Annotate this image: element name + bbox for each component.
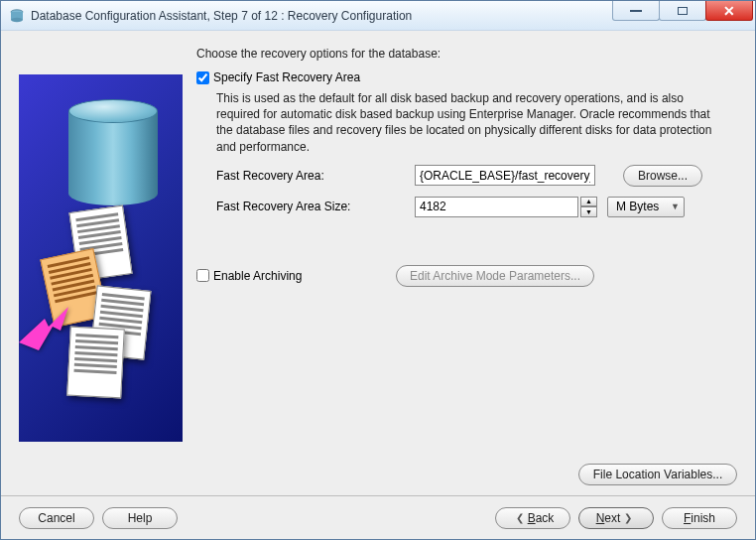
minimize-button[interactable]	[612, 1, 660, 21]
specify-fra-label[interactable]: Specify Fast Recovery Area	[213, 70, 360, 84]
app-icon	[9, 8, 25, 24]
finish-button[interactable]: Finish	[662, 507, 737, 529]
edit-archive-params-button[interactable]: Edit Archive Mode Parameters...	[396, 265, 594, 287]
file-location-row: File Location Variables...	[1, 464, 755, 495]
fra-size-label: Fast Recovery Area Size:	[216, 200, 415, 213]
specify-fra-checkbox[interactable]	[196, 71, 209, 84]
window-controls: ✕	[612, 1, 755, 21]
chevron-right-icon: ❯	[624, 512, 632, 523]
close-button[interactable]: ✕	[705, 1, 753, 21]
fra-description: This is used as the default for all disk…	[216, 90, 712, 155]
fra-size-spinner[interactable]: ▲ ▼	[580, 197, 597, 217]
fra-path-label: Fast Recovery Area:	[216, 169, 415, 183]
back-button[interactable]: ❮ Back	[495, 507, 570, 529]
spinner-up-icon[interactable]: ▲	[580, 197, 597, 207]
fra-size-unit-select[interactable]: M Bytes ▼	[607, 197, 685, 217]
footer: Cancel Help ❮ Back Next ❯ Finish	[1, 495, 755, 539]
fra-size-input[interactable]	[415, 197, 578, 217]
browse-button[interactable]: Browse...	[623, 165, 702, 187]
back-label: ack	[536, 511, 555, 525]
next-button[interactable]: Next ❯	[578, 507, 654, 529]
help-button[interactable]: Help	[102, 507, 178, 529]
enable-archiving-label[interactable]: Enable Archiving	[213, 269, 396, 283]
content-panel: Choose the recovery options for the data…	[196, 45, 737, 454]
dialog-body: Choose the recovery options for the data…	[1, 31, 755, 539]
finish-label: inish	[691, 511, 715, 525]
wizard-illustration	[19, 74, 183, 442]
database-icon	[68, 99, 158, 208]
chevron-down-icon: ▼	[671, 202, 680, 211]
window-title: Database Configuration Assistant, Step 7…	[31, 9, 412, 23]
maximize-button[interactable]	[659, 1, 706, 21]
chevron-left-icon: ❮	[516, 512, 524, 523]
file-location-variables-button[interactable]: File Location Variables...	[578, 464, 737, 485]
next-label: ext	[604, 511, 620, 525]
main-area: Choose the recovery options for the data…	[1, 31, 755, 464]
title-bar: Database Configuration Assistant, Step 7…	[1, 1, 755, 31]
spinner-down-icon[interactable]: ▼	[580, 206, 597, 217]
fra-size-unit-value: M Bytes	[616, 200, 659, 213]
svg-marker-3	[19, 307, 68, 350]
cancel-button[interactable]: Cancel	[19, 507, 94, 529]
fra-path-input[interactable]	[415, 165, 595, 186]
intro-text: Choose the recovery options for the data…	[196, 47, 737, 61]
svg-point-2	[11, 17, 23, 21]
enable-archiving-checkbox[interactable]	[196, 269, 209, 282]
app-window: Database Configuration Assistant, Step 7…	[0, 0, 756, 540]
